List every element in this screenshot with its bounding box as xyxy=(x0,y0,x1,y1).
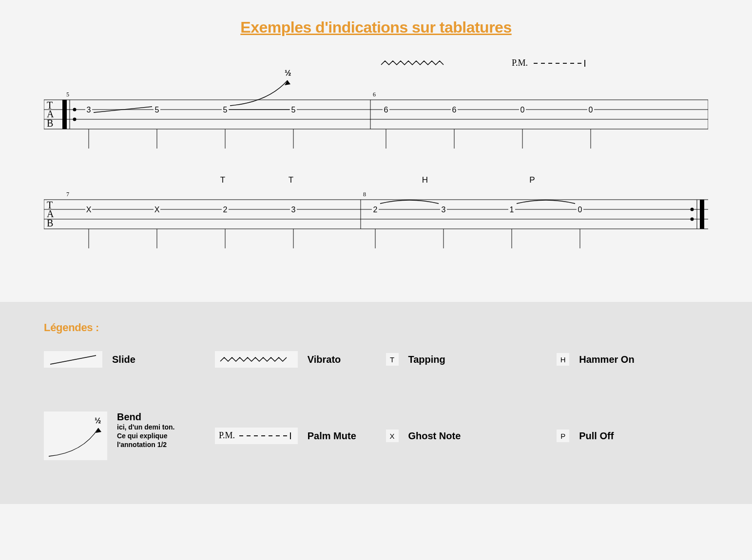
legend-heading: Légendes : xyxy=(44,321,708,334)
anno-h: H xyxy=(422,175,428,185)
bar5-note-4: 5 xyxy=(291,106,296,114)
tab-letter-b: B xyxy=(47,118,53,129)
vibrato-label: Vibrato xyxy=(308,354,341,365)
pull-badge: P xyxy=(557,429,569,442)
bend-sub1: ici, d'un demi ton. xyxy=(117,423,174,431)
tapping-label: Tapping xyxy=(408,354,445,365)
page-root: Exemples d'indications sur tablatures T … xyxy=(0,0,752,504)
page-title: Exemples d'indications sur tablatures xyxy=(0,19,752,37)
tab-row-2: T T H P T A B 7 8 xyxy=(44,175,708,278)
pull-label: Pull Off xyxy=(579,430,614,442)
svg-point-7 xyxy=(73,108,77,112)
bend-sub2: Ce qui explique xyxy=(117,431,174,440)
legend-bend: ½ Bend ici, d'un demi ton. Ce qui expliq… xyxy=(44,411,195,460)
slide-label: Slide xyxy=(112,354,135,365)
bend-curve xyxy=(230,80,288,106)
bar7-note-4: 3 xyxy=(291,205,296,214)
bar6-note-1: 6 xyxy=(384,106,388,114)
bar-number-7: 7 xyxy=(66,191,69,198)
bar7-note-3: 2 xyxy=(223,205,228,214)
svg-rect-5 xyxy=(62,100,67,129)
tab2-letter-b: B xyxy=(47,218,53,228)
bar8-note-3: 1 xyxy=(510,205,514,214)
bar-number-5: 5 xyxy=(66,91,69,98)
vibrato-icon xyxy=(215,351,298,368)
ghost-badge: X xyxy=(386,429,399,442)
palm-label: Palm Mute xyxy=(308,430,356,442)
pm-label: P.M. xyxy=(512,58,528,68)
tapping-badge: T xyxy=(386,353,399,366)
bar5-note-3: 5 xyxy=(223,106,228,114)
tab-row-1: T A B 5 6 3 5 5 5 xyxy=(44,56,708,168)
bar6-note-2: 6 xyxy=(452,106,457,114)
legend-grid: Slide Vibrato T Tapping H Hammer On xyxy=(44,351,708,460)
hammer-label: Hammer On xyxy=(579,354,634,365)
svg-rect-42 xyxy=(700,200,704,229)
bend-sub3: l'annotation 1/2 xyxy=(117,440,174,449)
bar8-note-4: 0 xyxy=(578,205,582,214)
svg-text:½: ½ xyxy=(95,416,101,425)
bar8-note-1: 2 xyxy=(373,205,378,214)
bar-number-6: 6 xyxy=(373,91,376,98)
ghost-label: Ghost Note xyxy=(408,430,461,442)
anno-p: P xyxy=(529,175,535,185)
svg-text:P.M.: P.M. xyxy=(219,430,235,440)
pm-dashes xyxy=(534,60,585,67)
bar7-note-2: X xyxy=(154,205,160,214)
slur-pull xyxy=(517,200,575,204)
legend-slide: Slide xyxy=(44,351,195,368)
bar5-note-2: 5 xyxy=(155,106,159,114)
slide-icon xyxy=(44,351,102,368)
palm-icon: P.M. xyxy=(215,428,298,444)
svg-point-8 xyxy=(73,118,77,121)
bar6-note-3: 0 xyxy=(521,106,525,114)
bend-text-block: Bend ici, d'un demi ton. Ce qui explique… xyxy=(117,411,174,449)
legend-tapping: T Tapping xyxy=(386,351,538,368)
anno-t2: T xyxy=(289,175,293,185)
hammer-badge: H xyxy=(557,353,569,366)
anno-t1: T xyxy=(220,175,225,185)
legend-hammer: H Hammer On xyxy=(557,351,708,368)
legend-palm: P.M. Palm Mute xyxy=(215,411,366,460)
bend-label: Bend xyxy=(117,411,174,423)
svg-point-44 xyxy=(691,218,694,221)
slur-hammer xyxy=(380,200,439,204)
vibrato-squiggle xyxy=(381,61,443,65)
bend-fraction: ½ xyxy=(285,69,291,77)
legend-vibrato: Vibrato xyxy=(215,351,366,368)
legend-pull: P Pull Off xyxy=(557,411,708,460)
svg-line-61 xyxy=(50,355,96,364)
bend-icon: ½ xyxy=(44,411,107,460)
tablature-area: T A B 5 6 3 5 5 5 xyxy=(0,56,752,302)
legend-ghost: X Ghost Note xyxy=(386,411,538,460)
svg-point-43 xyxy=(691,208,694,211)
bar5-note-1: 3 xyxy=(87,106,91,114)
bar6-note-4: 0 xyxy=(589,106,593,114)
legend-section: Légendes : Slide Vibrato T Tapping xyxy=(0,302,752,504)
bar7-note-1: X xyxy=(86,205,92,214)
bar-number-8: 8 xyxy=(363,191,366,198)
bar8-note-2: 3 xyxy=(442,205,446,214)
